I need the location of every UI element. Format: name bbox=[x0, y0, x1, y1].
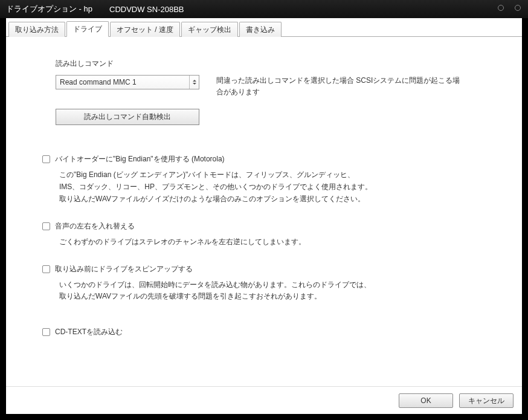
window-root: ドライブオプション - hp CDDVDW SN-208BB 取り込み方法 ドラ… bbox=[0, 0, 528, 420]
option-cdtext-label: CD-TEXTを読み込む bbox=[55, 327, 123, 337]
option-spinup-label: 取り込み前にドライブをスピンアップする bbox=[55, 264, 193, 274]
checkbox-big-endian[interactable] bbox=[42, 155, 50, 163]
dialog-footer: OK キャンセル bbox=[6, 386, 522, 414]
client-area: 取り込み方法 ドライブ オフセット / 速度 ギャップ検出 書き込み 読み出しコ… bbox=[0, 18, 528, 420]
option-swap-channels-label: 音声の左右を入れ替える bbox=[55, 221, 135, 231]
tab-content-drive: 読み出しコマンド Read command MMC 1 間違った読み出しコマンド… bbox=[6, 37, 522, 386]
checkbox-spinup[interactable] bbox=[42, 265, 50, 273]
read-command-hint: 間違った読み出しコマンドを選択した場合 SCSIシステムに問題が起こる場合があり… bbox=[216, 75, 464, 98]
select-spinner-icon[interactable] bbox=[189, 76, 199, 89]
option-big-endian-label: バイトオーダーに"Big Endian"を使用する (Motorola) bbox=[55, 154, 225, 164]
tab-rip-method[interactable]: 取り込み方法 bbox=[8, 22, 65, 37]
checkbox-cdtext[interactable] bbox=[42, 328, 50, 336]
read-command-label: 読み出しコマンド bbox=[56, 59, 499, 69]
cancel-button[interactable]: キャンセル bbox=[459, 393, 514, 408]
window-title-drive: CDDVDW SN-208BB bbox=[109, 5, 184, 14]
window-controls bbox=[498, 5, 521, 11]
read-command-select[interactable]: Read command MMC 1 bbox=[56, 75, 199, 89]
option-spinup: 取り込み前にドライブをスピンアップする いくつかのドライブは、回転開始時にデータ… bbox=[56, 264, 499, 303]
window-title-prefix: ドライブオプション - hp bbox=[6, 4, 92, 15]
option-big-endian-desc: この"Big Endian (ビッグ エンディアン)"バイトモードは、フィリップ… bbox=[59, 169, 446, 205]
tab-gap-detection[interactable]: ギャップ検出 bbox=[181, 22, 238, 37]
read-command-value: Read command MMC 1 bbox=[60, 78, 137, 86]
tab-writing[interactable]: 書き込み bbox=[239, 22, 282, 37]
read-command-row: Read command MMC 1 間違った読み出しコマンドを選択した場合 S… bbox=[56, 75, 499, 98]
tabstrip: 取り込み方法 ドライブ オフセット / 速度 ギャップ検出 書き込み bbox=[6, 18, 522, 37]
option-spinup-desc: いくつかのドライブは、回転開始時にデータを読み込む物があります。これらのドライブ… bbox=[59, 279, 446, 303]
option-cdtext: CD-TEXTを読み込む bbox=[56, 327, 499, 337]
option-swap-channels: 音声の左右を入れ替える ごくわずかのドライブはステレオのチャンネルを左右逆にして… bbox=[56, 221, 499, 248]
minimize-icon[interactable] bbox=[498, 5, 504, 11]
panel: 取り込み方法 ドライブ オフセット / 速度 ギャップ検出 書き込み 読み出しコ… bbox=[6, 18, 522, 414]
tab-drive[interactable]: ドライブ bbox=[66, 21, 109, 37]
tab-offset-speed[interactable]: オフセット / 速度 bbox=[110, 22, 180, 37]
option-swap-channels-desc: ごくわずかのドライブはステレオのチャンネルを左右逆にしてしまいます。 bbox=[59, 236, 446, 248]
close-icon[interactable] bbox=[515, 5, 521, 11]
autodetect-read-command-button[interactable]: 読み出しコマンド自動検出 bbox=[56, 109, 199, 125]
ok-button[interactable]: OK bbox=[399, 393, 453, 408]
titlebar: ドライブオプション - hp CDDVDW SN-208BB bbox=[0, 0, 528, 18]
option-big-endian: バイトオーダーに"Big Endian"を使用する (Motorola) この"… bbox=[56, 154, 499, 205]
checkbox-swap-channels[interactable] bbox=[42, 222, 50, 230]
